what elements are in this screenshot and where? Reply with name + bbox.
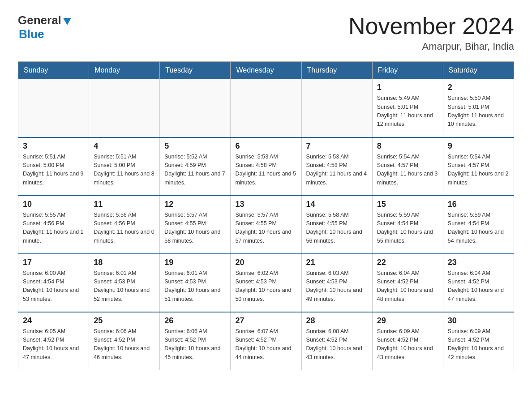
title-block: November 2024 Amarpur, Bihar, India	[348, 13, 514, 52]
table-row: 18Sunrise: 6:01 AMSunset: 4:53 PMDayligh…	[89, 254, 160, 312]
header-sunday: Sunday	[18, 62, 89, 79]
header-tuesday: Tuesday	[160, 62, 231, 79]
table-row: 24Sunrise: 6:05 AMSunset: 4:52 PMDayligh…	[18, 312, 89, 370]
table-row: 11Sunrise: 5:56 AMSunset: 4:56 PMDayligh…	[89, 196, 160, 254]
day-info: Sunrise: 5:51 AMSunset: 5:00 PMDaylight:…	[94, 153, 155, 188]
day-number: 25	[94, 316, 155, 325]
table-row: 9Sunrise: 5:54 AMSunset: 4:57 PMDaylight…	[443, 137, 514, 196]
day-info: Sunrise: 6:07 AMSunset: 4:52 PMDaylight:…	[235, 327, 296, 362]
table-row: 1Sunrise: 5:49 AMSunset: 5:01 PMDaylight…	[372, 79, 443, 137]
header-saturday: Saturday	[443, 62, 514, 79]
table-row: 10Sunrise: 5:55 AMSunset: 4:56 PMDayligh…	[18, 196, 89, 254]
table-row: 22Sunrise: 6:04 AMSunset: 4:52 PMDayligh…	[372, 254, 443, 312]
day-info: Sunrise: 5:50 AMSunset: 5:01 PMDaylight:…	[448, 94, 509, 129]
table-row: 5Sunrise: 5:52 AMSunset: 4:59 PMDaylight…	[160, 137, 231, 196]
day-number: 6	[235, 141, 296, 151]
table-row: 20Sunrise: 6:02 AMSunset: 4:53 PMDayligh…	[231, 254, 301, 312]
day-number: 27	[235, 316, 296, 325]
svg-marker-0	[63, 18, 71, 25]
table-row: 21Sunrise: 6:03 AMSunset: 4:53 PMDayligh…	[301, 254, 372, 312]
day-number: 4	[94, 141, 155, 151]
month-title: November 2024	[348, 13, 514, 39]
day-number: 1	[377, 83, 438, 92]
day-number: 17	[23, 258, 84, 267]
logo: General Blue	[18, 13, 72, 41]
header-monday: Monday	[89, 62, 160, 79]
day-number: 2	[448, 83, 509, 92]
day-info: Sunrise: 5:51 AMSunset: 5:00 PMDaylight:…	[23, 153, 84, 188]
table-row: 13Sunrise: 5:57 AMSunset: 4:55 PMDayligh…	[231, 196, 301, 254]
day-number: 26	[164, 316, 226, 325]
table-row	[160, 79, 231, 137]
header-friday: Friday	[372, 62, 443, 79]
day-info: Sunrise: 5:53 AMSunset: 4:58 PMDaylight:…	[235, 153, 296, 188]
table-row: 29Sunrise: 6:09 AMSunset: 4:52 PMDayligh…	[372, 312, 443, 370]
calendar-week-row: 3Sunrise: 5:51 AMSunset: 5:00 PMDaylight…	[18, 137, 514, 196]
day-number: 8	[377, 141, 438, 151]
day-number: 11	[94, 200, 155, 209]
day-number: 5	[164, 141, 226, 151]
table-row: 25Sunrise: 6:06 AMSunset: 4:52 PMDayligh…	[89, 312, 160, 370]
day-number: 12	[164, 200, 226, 209]
day-number: 9	[448, 141, 509, 151]
day-info: Sunrise: 6:02 AMSunset: 4:53 PMDaylight:…	[235, 269, 296, 304]
calendar-week-row: 10Sunrise: 5:55 AMSunset: 4:56 PMDayligh…	[18, 196, 514, 254]
calendar-table: Sunday Monday Tuesday Wednesday Thursday…	[18, 61, 514, 370]
day-info: Sunrise: 6:08 AMSunset: 4:52 PMDaylight:…	[306, 327, 368, 362]
day-number: 28	[306, 316, 368, 325]
day-info: Sunrise: 6:00 AMSunset: 4:54 PMDaylight:…	[23, 269, 84, 304]
day-info: Sunrise: 6:06 AMSunset: 4:52 PMDaylight:…	[164, 327, 226, 362]
day-number: 14	[306, 200, 368, 209]
table-row	[89, 79, 160, 137]
page-header: General Blue November 2024 Amarpur, Biha…	[18, 13, 514, 52]
day-info: Sunrise: 5:54 AMSunset: 4:57 PMDaylight:…	[448, 153, 509, 188]
table-row: 16Sunrise: 5:59 AMSunset: 4:54 PMDayligh…	[443, 196, 514, 254]
table-row	[18, 79, 89, 137]
day-number: 16	[448, 200, 509, 209]
table-row: 8Sunrise: 5:54 AMSunset: 4:57 PMDaylight…	[372, 137, 443, 196]
day-info: Sunrise: 5:52 AMSunset: 4:59 PMDaylight:…	[164, 153, 226, 188]
day-number: 20	[235, 258, 296, 267]
day-info: Sunrise: 5:57 AMSunset: 4:55 PMDaylight:…	[235, 211, 296, 246]
day-info: Sunrise: 5:54 AMSunset: 4:57 PMDaylight:…	[377, 153, 438, 188]
day-number: 7	[306, 141, 368, 151]
table-row: 12Sunrise: 5:57 AMSunset: 4:55 PMDayligh…	[160, 196, 231, 254]
day-number: 3	[23, 141, 84, 151]
day-number: 18	[94, 258, 155, 267]
day-number: 23	[448, 258, 509, 267]
day-info: Sunrise: 6:04 AMSunset: 4:52 PMDaylight:…	[377, 269, 438, 304]
day-info: Sunrise: 6:04 AMSunset: 4:52 PMDaylight:…	[448, 269, 509, 304]
day-info: Sunrise: 6:01 AMSunset: 4:53 PMDaylight:…	[164, 269, 226, 304]
day-number: 22	[377, 258, 438, 267]
day-number: 10	[23, 200, 84, 209]
table-row: 17Sunrise: 6:00 AMSunset: 4:54 PMDayligh…	[18, 254, 89, 312]
day-number: 30	[448, 316, 509, 325]
header-wednesday: Wednesday	[231, 62, 301, 79]
day-info: Sunrise: 5:57 AMSunset: 4:55 PMDaylight:…	[164, 211, 226, 246]
table-row: 7Sunrise: 5:53 AMSunset: 4:58 PMDaylight…	[301, 137, 372, 196]
day-info: Sunrise: 6:09 AMSunset: 4:52 PMDaylight:…	[448, 327, 509, 362]
day-info: Sunrise: 5:59 AMSunset: 4:54 PMDaylight:…	[377, 211, 438, 246]
table-row: 14Sunrise: 5:58 AMSunset: 4:55 PMDayligh…	[301, 196, 372, 254]
table-row: 27Sunrise: 6:07 AMSunset: 4:52 PMDayligh…	[231, 312, 301, 370]
table-row: 28Sunrise: 6:08 AMSunset: 4:52 PMDayligh…	[301, 312, 372, 370]
day-info: Sunrise: 6:06 AMSunset: 4:52 PMDaylight:…	[94, 327, 155, 362]
table-row: 19Sunrise: 6:01 AMSunset: 4:53 PMDayligh…	[160, 254, 231, 312]
calendar-week-row: 24Sunrise: 6:05 AMSunset: 4:52 PMDayligh…	[18, 312, 514, 370]
day-info: Sunrise: 6:03 AMSunset: 4:53 PMDaylight:…	[306, 269, 368, 304]
table-row: 4Sunrise: 5:51 AMSunset: 5:00 PMDaylight…	[89, 137, 160, 196]
logo-triangle-icon	[62, 16, 72, 26]
day-info: Sunrise: 5:56 AMSunset: 4:56 PMDaylight:…	[94, 211, 155, 246]
day-number: 29	[377, 316, 438, 325]
location-title: Amarpur, Bihar, India	[348, 41, 514, 52]
day-number: 15	[377, 200, 438, 209]
day-info: Sunrise: 5:53 AMSunset: 4:58 PMDaylight:…	[306, 153, 368, 188]
table-row: 2Sunrise: 5:50 AMSunset: 5:01 PMDaylight…	[443, 79, 514, 137]
day-info: Sunrise: 5:55 AMSunset: 4:56 PMDaylight:…	[23, 211, 84, 246]
weekday-header-row: Sunday Monday Tuesday Wednesday Thursday…	[18, 62, 514, 79]
table-row	[301, 79, 372, 137]
day-info: Sunrise: 6:01 AMSunset: 4:53 PMDaylight:…	[94, 269, 155, 304]
table-row: 15Sunrise: 5:59 AMSunset: 4:54 PMDayligh…	[372, 196, 443, 254]
day-number: 24	[23, 316, 84, 325]
table-row: 30Sunrise: 6:09 AMSunset: 4:52 PMDayligh…	[443, 312, 514, 370]
